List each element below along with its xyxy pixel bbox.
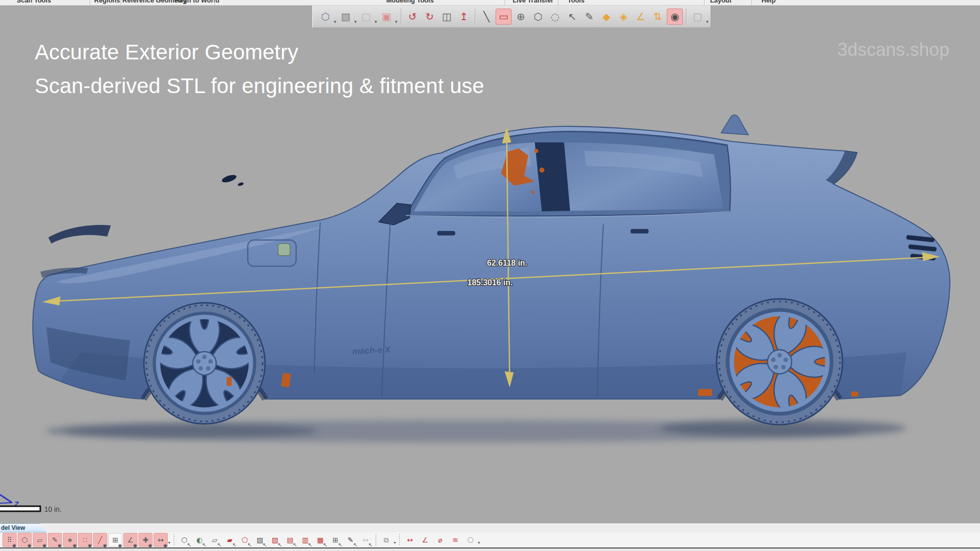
toolbar-separator: [174, 534, 174, 546]
split-compare-icon[interactable]: ◫: [439, 9, 455, 25]
select-box-top-fill-icon[interactable]: ▤: [283, 533, 297, 547]
menu-help[interactable]: Help: [761, 0, 776, 4]
line-select-icon[interactable]: ╲: [478, 9, 495, 25]
flip-right-icon[interactable]: ↻: [422, 9, 438, 25]
point-cloud-visibility-icon[interactable]: ⠿: [3, 533, 17, 547]
toolbar-separator: [401, 9, 401, 25]
dropdown-arrow[interactable]: ▾: [334, 19, 336, 24]
select-region-icon[interactable]: ◐: [192, 533, 206, 547]
sketch-visibility-icon[interactable]: ✎: [48, 533, 62, 547]
axis-visibility-icon[interactable]: ✚: [138, 533, 153, 547]
status-strip: [0, 548, 980, 551]
menu-separator: [558, 0, 558, 5]
select-plane-icon[interactable]: ▱: [207, 533, 222, 547]
hero-text: Accurate Exterior Geometry Scan-derived …: [35, 35, 484, 103]
dropdown-arrow[interactable]: ▾: [395, 19, 398, 24]
toolbar-separator: [475, 9, 475, 25]
dropdown-arrow[interactable]: ▾: [168, 540, 170, 545]
tab-model-view[interactable]: del View: [0, 523, 46, 532]
toolbar-separator: [399, 534, 400, 546]
clipboard-group: ⧉▾: [379, 533, 397, 547]
main-toolbar: ⬡ ▾ ▧ ▾ ▢ ▾ ▣ ▾ ↺ ↻ ◫ ↥ ╲ ▭ ⊕ ⬡ ◌ ↖ ✎ ◆ …: [312, 6, 711, 28]
view-transparent-icon[interactable]: ▣: [379, 9, 395, 25]
region-visibility-icon[interactable]: ∷: [78, 533, 92, 547]
select-box-point-icon[interactable]: ▦: [313, 533, 327, 547]
menu-regions[interactable]: Regions: [94, 0, 120, 4]
display-toolbar: ⠿⬡▱✎∗∷╱⊞∠✚↔▾ ⬡◐▱▰⬠▧▨▤▥▦⊞✎↔ ⧉▾ ↔∠⌀≋⬠▾: [0, 532, 980, 547]
menu-separator: [704, 0, 705, 5]
measure-distance-icon[interactable]: ↔: [403, 533, 417, 547]
hero-subtitle: Scan-derived STL for engineering & fitme…: [35, 69, 484, 103]
dimension-visibility-icon[interactable]: ↔: [154, 533, 168, 547]
menu-separator: [120, 0, 121, 5]
copy-view-icon[interactable]: ⧉: [379, 533, 393, 547]
measure-section-icon[interactable]: ≋: [448, 533, 462, 547]
select-box-top-icon[interactable]: ▨: [268, 533, 282, 547]
menu-separator: [505, 0, 505, 5]
point-visibility-icon[interactable]: ∗: [63, 533, 77, 547]
lasso-select-icon[interactable]: ◌: [547, 9, 563, 25]
select-boundary-icon[interactable]: ⬠: [238, 533, 252, 547]
dropdown-arrow[interactable]: ▾: [394, 540, 396, 545]
lift-model-icon[interactable]: ↥: [456, 9, 472, 25]
menu-bar: Scan Tools Regions Reference Geometry Al…: [0, 0, 980, 6]
menu-separator: [751, 0, 752, 5]
select-plane-points-icon[interactable]: ▰: [223, 533, 237, 547]
menu-separator: [90, 0, 90, 5]
menu-separator: [215, 0, 215, 5]
flip-left-icon[interactable]: ↺: [404, 9, 421, 25]
select-box-icon[interactable]: ▧: [253, 533, 267, 547]
toolbar-separator: [376, 534, 376, 546]
view-tab-strip: del View: [0, 523, 980, 532]
select-box-edge-icon[interactable]: ▥: [298, 533, 312, 547]
fill-region-icon[interactable]: ◆: [598, 9, 614, 25]
dropdown-arrow[interactable]: ▾: [375, 19, 377, 24]
view-mesh-icon[interactable]: ⬡: [317, 9, 333, 25]
freeform-select-icon[interactable]: ↖: [564, 9, 580, 25]
visibility-toggle-group: ⠿⬡▱✎∗∷╱⊞∠✚↔▾: [2, 533, 171, 547]
fill-updown-icon[interactable]: ⇅: [650, 9, 666, 25]
brush-select-icon[interactable]: ✎: [581, 9, 597, 25]
dropdown-arrow[interactable]: ▾: [706, 19, 709, 24]
view-wireframe-icon[interactable]: ▢: [358, 9, 374, 25]
menu-tools[interactable]: Tools: [568, 0, 585, 4]
snapshot-icon[interactable]: ▢: [689, 9, 706, 25]
measurement-group: ↔∠⌀≋⬠▾: [402, 533, 481, 547]
select-mesh-icon[interactable]: ⬡: [177, 533, 191, 547]
mesh-visibility-icon[interactable]: ⬡: [18, 533, 32, 547]
dropdown-arrow[interactable]: ▾: [355, 19, 357, 24]
menu-scan-tools[interactable]: Scan Tools: [17, 0, 51, 4]
selection-view-group: ⬡◐▱▰⬠▧▨▤▥▦⊞✎↔: [177, 533, 373, 547]
polyline-visibility-icon[interactable]: ∠: [123, 533, 137, 547]
circle-select-icon[interactable]: ⊕: [513, 9, 529, 25]
line-visibility-icon[interactable]: ╱: [93, 533, 107, 547]
measure-angle-icon[interactable]: ∠: [418, 533, 432, 547]
menu-layout[interactable]: Layout: [710, 0, 732, 4]
menu-align-to-world[interactable]: Align to World: [175, 0, 220, 4]
rectangle-select-icon[interactable]: ▭: [496, 9, 512, 25]
show-selection-icon[interactable]: ◉: [667, 9, 683, 25]
fill-angle-icon[interactable]: ∠: [633, 9, 649, 25]
surface-visibility-icon[interactable]: ▱: [33, 533, 47, 547]
menu-live-transfer[interactable]: Live Transfer: [513, 0, 553, 4]
measure-shape-icon[interactable]: ⬠: [463, 533, 477, 547]
dropdown-arrow[interactable]: ▾: [478, 540, 480, 545]
sketch-axis-icon[interactable]: ✎: [343, 533, 358, 547]
grid-visibility-icon[interactable]: ⊞: [108, 533, 122, 547]
select-grid-icon[interactable]: ⊞: [328, 533, 342, 547]
hero-title: Accurate Exterior Geometry: [35, 35, 484, 69]
measure-radius-icon[interactable]: ⌀: [433, 533, 447, 547]
toolbar-separator: [686, 9, 686, 25]
menu-modeling-tools[interactable]: Modeling Tools: [386, 0, 434, 4]
watermark: 3dscans.shop: [837, 39, 949, 60]
polygon-select-icon[interactable]: ⬡: [530, 9, 546, 25]
view-solid-icon[interactable]: ▧: [338, 9, 354, 25]
measure-disabled-icon[interactable]: ↔: [359, 533, 373, 547]
fill-connected-icon[interactable]: ◈: [615, 9, 632, 25]
